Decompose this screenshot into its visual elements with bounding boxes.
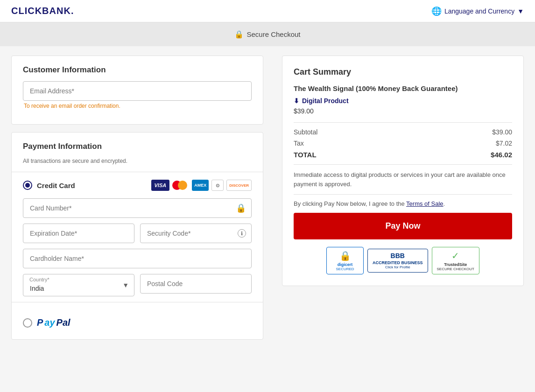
trustedsite-subtitle: SECURE CHECKOUT (437, 267, 474, 271)
total-value: $46.02 (491, 151, 512, 159)
total-label: TOTAL (294, 151, 317, 159)
logo: CLICKBANK. (11, 6, 74, 16)
globe-icon: 🌐 (431, 6, 442, 16)
trustedsite-icon: ✓ (451, 250, 459, 261)
cart-divider-1 (294, 122, 512, 123)
tax-label: Tax (294, 140, 304, 147)
lang-currency-label: Language and Currency (444, 7, 514, 15)
cardholder-name-input[interactable] (23, 249, 252, 268)
immediate-access-text: Immediate access to digital products or … (294, 170, 512, 189)
paypal-divider (12, 302, 263, 302)
language-currency-button[interactable]: 🌐 Language and Currency ▼ (431, 6, 524, 16)
country-group: Country* India ▼ (23, 274, 134, 296)
secure-checkout-bar: 🔒 Secure Checkout (0, 22, 535, 46)
digicert-badge: 🔒 digicert SECURED (326, 247, 364, 274)
product-name: The Wealth Signal (100% Money Back Guara… (294, 84, 512, 92)
trustedsite-title: TrustedSite (444, 262, 467, 267)
chevron-down-icon: ▼ (517, 7, 524, 15)
diners-icon: ⊙ (211, 180, 224, 191)
subtotal-row: Subtotal $39.00 (294, 128, 512, 136)
lock-card-icon: 🔒 (236, 203, 246, 213)
digicert-subtitle: SECURED (336, 267, 354, 271)
cart-divider-2 (294, 164, 512, 165)
expiry-security-row: ℹ (23, 224, 252, 243)
radio-selected-indicator (25, 183, 30, 188)
credit-card-label: Credit Card (37, 182, 75, 189)
bbb-subtitle: Click for Profile (385, 265, 410, 269)
expiry-input[interactable] (23, 224, 134, 243)
digicert-title: digicert (338, 262, 353, 267)
credit-card-option[interactable]: Credit Card VISA AMEX ⊙ DISCOVER (23, 180, 252, 191)
mastercard-icon (172, 180, 189, 191)
header: CLICKBANK. 🌐 Language and Currency ▼ (0, 0, 535, 22)
paypal-radio[interactable] (23, 318, 32, 328)
postal-code-group (140, 274, 252, 296)
card-number-group: 🔒 (23, 198, 252, 218)
subtotal-label: Subtotal (294, 128, 317, 136)
customer-info-title: Customer Information (23, 65, 252, 75)
payment-info-card: Payment Information All transactions are… (11, 132, 263, 340)
info-icon: ℹ (238, 229, 246, 238)
cart-summary-card: Cart Summary The Wealth Signal (100% Mon… (282, 56, 524, 286)
cardholder-name-group (23, 249, 252, 268)
main-content: Customer Information To receive an email… (0, 46, 535, 349)
customer-info-card: Customer Information To receive an email… (11, 56, 263, 125)
payment-subtitle: All transactions are secure and encrypte… (23, 158, 252, 164)
discover-icon: DISCOVER (226, 180, 252, 191)
lock-icon: 🔒 (234, 30, 244, 39)
security-code-group: ℹ (140, 224, 252, 243)
pay-now-button[interactable]: Pay Now (294, 213, 512, 239)
product-type: ⬇ Digital Product (294, 97, 512, 105)
left-column: Customer Information To receive an email… (11, 56, 273, 340)
payment-divider (12, 172, 263, 172)
paypal-p-letter: P (37, 317, 43, 328)
paypal-ay-letter: ay (44, 317, 55, 328)
expiry-group (23, 224, 134, 243)
product-type-label: Digital Product (302, 97, 349, 105)
secure-checkout-label: Secure Checkout (246, 30, 300, 38)
total-row: TOTAL $46.02 (294, 151, 512, 159)
paypal-pal-letter: Pal (56, 317, 70, 328)
paypal-logo: P ay Pal (37, 317, 70, 328)
country-postal-row: Country* India ▼ (23, 274, 252, 296)
digicert-icon: 🔒 (339, 250, 351, 261)
cart-divider-3 (294, 194, 512, 195)
country-label: Country* (29, 277, 49, 282)
bbb-badge[interactable]: BBB ACCREDITED BUSINESS Click for Profil… (367, 249, 428, 273)
cart-title: Cart Summary (294, 67, 512, 77)
postal-code-input[interactable] (140, 274, 252, 294)
card-number-input[interactable] (23, 198, 252, 218)
email-input[interactable] (23, 81, 252, 101)
product-price: $39.00 (294, 107, 512, 115)
trust-badges: 🔒 digicert SECURED BBB ACCREDITED BUSINE… (294, 247, 512, 274)
terms-text: By clicking Pay Now below, I agree to th… (294, 200, 512, 207)
payment-info-title: Payment Information (23, 142, 252, 151)
card-icons: VISA AMEX ⊙ DISCOVER (151, 180, 252, 191)
bbb-title: ACCREDITED BUSINESS (373, 260, 423, 265)
credit-card-radio[interactable] (23, 181, 32, 190)
subtotal-value: $39.00 (492, 128, 512, 136)
bbb-icon: BBB (391, 252, 405, 259)
visa-icon: VISA (151, 180, 170, 191)
download-icon: ⬇ (294, 97, 299, 105)
amex-icon: AMEX (192, 180, 209, 191)
terms-of-sale-link[interactable]: Terms of Sale (406, 200, 443, 207)
email-hint: To receive an email order confirmation. (23, 103, 252, 109)
email-input-group: To receive an email order confirmation. (23, 81, 252, 109)
security-code-input[interactable] (140, 224, 252, 243)
trustedsite-badge: ✓ TrustedSite SECURE CHECKOUT (432, 247, 479, 274)
paypal-option[interactable]: P ay Pal (23, 310, 252, 330)
tax-row: Tax $7.02 (294, 140, 512, 147)
right-column: Cart Summary The Wealth Signal (100% Mon… (273, 56, 524, 340)
tax-value: $7.02 (496, 140, 512, 147)
